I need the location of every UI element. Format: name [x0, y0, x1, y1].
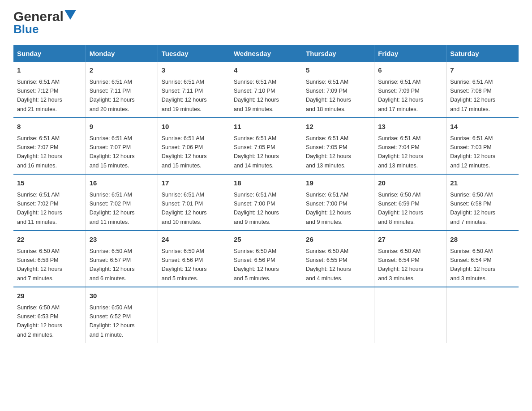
day-info: Sunrise: 6:50 AMSunset: 6:58 PMDaylight:… [450, 192, 495, 225]
day-number: 12 [306, 122, 370, 132]
calendar-cell-5-6 [374, 287, 446, 343]
day-info: Sunrise: 6:50 AMSunset: 6:56 PMDaylight:… [162, 248, 207, 282]
calendar-cell-3-2: 16 Sunrise: 6:51 AMSunset: 7:02 PMDaylig… [86, 174, 158, 231]
day-info: Sunrise: 6:51 AMSunset: 7:09 PMDaylight:… [378, 79, 423, 112]
day-number: 18 [234, 178, 298, 188]
calendar-cell-4-7: 28 Sunrise: 6:50 AMSunset: 6:54 PMDaylig… [446, 231, 519, 287]
day-info: Sunrise: 6:50 AMSunset: 6:59 PMDaylight:… [378, 192, 423, 225]
calendar-cell-2-5: 12 Sunrise: 6:51 AMSunset: 7:05 PMDaylig… [302, 118, 374, 174]
logo-triangle-icon [64, 10, 76, 21]
day-number: 25 [234, 235, 298, 245]
calendar-header-wednesday: Wednesday [230, 45, 302, 62]
calendar-header-thursday: Thursday [302, 45, 374, 62]
day-number: 19 [306, 178, 370, 188]
calendar-cell-1-3: 3 Sunrise: 6:51 AMSunset: 7:11 PMDayligh… [158, 62, 230, 118]
day-number: 16 [90, 178, 154, 188]
calendar-week-row-1: 1 Sunrise: 6:51 AMSunset: 7:12 PMDayligh… [13, 62, 519, 118]
day-info: Sunrise: 6:50 AMSunset: 6:53 PMDaylight:… [17, 304, 62, 338]
calendar-header-row: SundayMondayTuesdayWednesdayThursdayFrid… [13, 45, 519, 62]
calendar-cell-4-5: 26 Sunrise: 6:50 AMSunset: 6:55 PMDaylig… [302, 231, 374, 287]
calendar-cell-5-7 [446, 287, 519, 343]
calendar-week-row-4: 22 Sunrise: 6:50 AMSunset: 6:58 PMDaylig… [13, 231, 519, 287]
day-number: 4 [234, 65, 298, 76]
calendar-week-row-3: 15 Sunrise: 6:51 AMSunset: 7:02 PMDaylig… [13, 174, 519, 231]
day-info: Sunrise: 6:51 AMSunset: 7:00 PMDaylight:… [234, 192, 279, 225]
day-info: Sunrise: 6:50 AMSunset: 6:56 PMDaylight:… [234, 248, 279, 282]
day-number: 13 [378, 122, 442, 132]
day-number: 14 [450, 122, 515, 132]
day-info: Sunrise: 6:51 AMSunset: 7:03 PMDaylight:… [450, 135, 495, 169]
day-info: Sunrise: 6:50 AMSunset: 6:58 PMDaylight:… [17, 248, 62, 282]
day-info: Sunrise: 6:51 AMSunset: 7:00 PMDaylight:… [306, 192, 351, 225]
day-info: Sunrise: 6:51 AMSunset: 7:04 PMDaylight:… [378, 135, 423, 169]
calendar-cell-1-1: 1 Sunrise: 6:51 AMSunset: 7:12 PMDayligh… [13, 62, 86, 118]
day-number: 5 [306, 65, 370, 76]
calendar-header-friday: Friday [374, 45, 446, 62]
day-number: 27 [378, 235, 442, 245]
day-info: Sunrise: 6:51 AMSunset: 7:11 PMDaylight:… [162, 79, 207, 112]
calendar-cell-4-6: 27 Sunrise: 6:50 AMSunset: 6:54 PMDaylig… [374, 231, 446, 287]
day-number: 11 [234, 122, 298, 132]
day-number: 7 [450, 65, 515, 76]
day-info: Sunrise: 6:51 AMSunset: 7:10 PMDaylight:… [234, 79, 279, 112]
logo-general-text: General [13, 9, 64, 24]
day-info: Sunrise: 6:51 AMSunset: 7:08 PMDaylight:… [450, 79, 495, 112]
day-info: Sunrise: 6:51 AMSunset: 7:05 PMDaylight:… [234, 135, 279, 169]
calendar-cell-2-7: 14 Sunrise: 6:51 AMSunset: 7:03 PMDaylig… [446, 118, 519, 174]
calendar-cell-2-4: 11 Sunrise: 6:51 AMSunset: 7:05 PMDaylig… [230, 118, 302, 174]
day-number: 1 [17, 65, 82, 76]
calendar-cell-3-7: 21 Sunrise: 6:50 AMSunset: 6:58 PMDaylig… [446, 174, 519, 231]
day-info: Sunrise: 6:50 AMSunset: 6:54 PMDaylight:… [450, 248, 495, 282]
day-number: 26 [306, 235, 370, 245]
day-info: Sunrise: 6:51 AMSunset: 7:01 PMDaylight:… [162, 192, 207, 225]
calendar-cell-4-3: 24 Sunrise: 6:50 AMSunset: 6:56 PMDaylig… [158, 231, 230, 287]
day-info: Sunrise: 6:51 AMSunset: 7:12 PMDaylight:… [17, 79, 62, 112]
day-number: 2 [90, 65, 154, 76]
calendar-cell-1-4: 4 Sunrise: 6:51 AMSunset: 7:10 PMDayligh… [230, 62, 302, 118]
day-number: 20 [378, 178, 442, 188]
calendar-cell-1-6: 6 Sunrise: 6:51 AMSunset: 7:09 PMDayligh… [374, 62, 446, 118]
calendar-header-tuesday: Tuesday [158, 45, 230, 62]
day-info: Sunrise: 6:51 AMSunset: 7:07 PMDaylight:… [90, 135, 135, 169]
day-info: Sunrise: 6:51 AMSunset: 7:09 PMDaylight:… [306, 79, 351, 112]
logo: General Blue [13, 9, 76, 36]
day-info: Sunrise: 6:51 AMSunset: 7:02 PMDaylight:… [17, 192, 62, 225]
day-number: 17 [162, 178, 226, 188]
day-info: Sunrise: 6:51 AMSunset: 7:05 PMDaylight:… [306, 135, 351, 169]
calendar-cell-1-2: 2 Sunrise: 6:51 AMSunset: 7:11 PMDayligh… [86, 62, 158, 118]
day-info: Sunrise: 6:50 AMSunset: 6:54 PMDaylight:… [378, 248, 423, 282]
calendar-header-saturday: Saturday [446, 45, 519, 62]
calendar-week-row-5: 29 Sunrise: 6:50 AMSunset: 6:53 PMDaylig… [13, 287, 519, 343]
day-info: Sunrise: 6:51 AMSunset: 7:02 PMDaylight:… [90, 192, 135, 225]
day-number: 23 [90, 235, 154, 245]
day-number: 6 [378, 65, 442, 76]
calendar-cell-2-2: 9 Sunrise: 6:51 AMSunset: 7:07 PMDayligh… [86, 118, 158, 174]
day-number: 24 [162, 235, 226, 245]
day-number: 10 [162, 122, 226, 132]
calendar-cell-2-6: 13 Sunrise: 6:51 AMSunset: 7:04 PMDaylig… [374, 118, 446, 174]
calendar-cell-5-4 [230, 287, 302, 343]
calendar-cell-5-5 [302, 287, 374, 343]
calendar-cell-4-2: 23 Sunrise: 6:50 AMSunset: 6:57 PMDaylig… [86, 231, 158, 287]
day-number: 22 [17, 235, 82, 245]
calendar-cell-3-3: 17 Sunrise: 6:51 AMSunset: 7:01 PMDaylig… [158, 174, 230, 231]
calendar-cell-3-6: 20 Sunrise: 6:50 AMSunset: 6:59 PMDaylig… [374, 174, 446, 231]
calendar-header-monday: Monday [86, 45, 158, 62]
day-number: 29 [17, 291, 82, 301]
day-info: Sunrise: 6:51 AMSunset: 7:11 PMDaylight:… [90, 79, 135, 112]
day-number: 8 [17, 122, 82, 132]
calendar-cell-3-4: 18 Sunrise: 6:51 AMSunset: 7:00 PMDaylig… [230, 174, 302, 231]
day-info: Sunrise: 6:51 AMSunset: 7:07 PMDaylight:… [17, 135, 62, 169]
logo-blue-text: Blue [13, 22, 39, 36]
calendar-cell-2-3: 10 Sunrise: 6:51 AMSunset: 7:06 PMDaylig… [158, 118, 230, 174]
day-number: 21 [450, 178, 515, 188]
calendar-cell-5-3 [158, 287, 230, 343]
day-info: Sunrise: 6:50 AMSunset: 6:57 PMDaylight:… [90, 248, 135, 282]
day-info: Sunrise: 6:50 AMSunset: 6:55 PMDaylight:… [306, 248, 351, 282]
day-number: 3 [162, 65, 226, 76]
day-number: 15 [17, 178, 82, 188]
calendar-cell-5-1: 29 Sunrise: 6:50 AMSunset: 6:53 PMDaylig… [13, 287, 86, 343]
calendar-cell-4-1: 22 Sunrise: 6:50 AMSunset: 6:58 PMDaylig… [13, 231, 86, 287]
calendar-cell-3-1: 15 Sunrise: 6:51 AMSunset: 7:02 PMDaylig… [13, 174, 86, 231]
day-info: Sunrise: 6:51 AMSunset: 7:06 PMDaylight:… [162, 135, 207, 169]
